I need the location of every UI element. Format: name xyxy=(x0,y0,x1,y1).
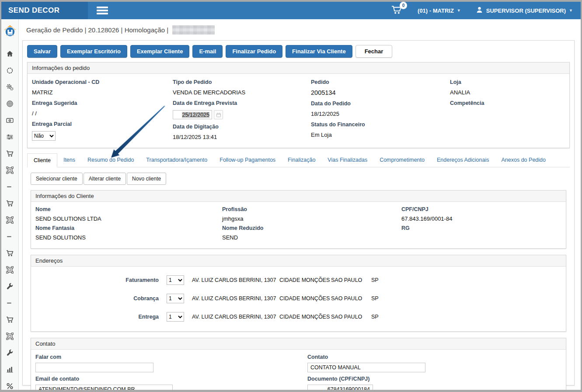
entrega-prevista-input[interactable]: 25/12/2025 xyxy=(173,110,212,119)
dash-icon[interactable] xyxy=(6,228,14,245)
loja-label: Loja xyxy=(450,79,565,85)
data-digitacao-value: 18/12/2025 13:41 xyxy=(173,134,311,140)
dash-icon[interactable] xyxy=(6,295,14,311)
tab-itens[interactable]: Itens xyxy=(57,153,81,167)
wrench-icon[interactable] xyxy=(6,344,14,361)
tab-vias-finalizadas[interactable]: Vias Finalizadas xyxy=(321,153,373,167)
email-contato-input[interactable] xyxy=(35,385,173,390)
cart-count-badge: 0 xyxy=(400,2,407,9)
client-actions: Selecionar clienteAlterar clienteNovo cl… xyxy=(27,173,570,190)
client-info-title: Informações do Cliente xyxy=(31,191,566,202)
addresses-panel: Endereços Faturamento1AV. LUIZ CARLOS BE… xyxy=(31,255,566,332)
bar-chart-icon[interactable] xyxy=(6,361,14,378)
sliders-icon[interactable] xyxy=(6,128,14,145)
entrega-sugerida-label: Entrega Sugerida xyxy=(32,100,173,106)
address-index-select[interactable]: 1 xyxy=(167,312,184,322)
percent-icon[interactable] xyxy=(6,378,14,392)
app-logo[interactable] xyxy=(3,24,17,40)
alterar-cliente-button[interactable]: Alterar cliente xyxy=(84,173,126,185)
menu-hamburger-icon[interactable] xyxy=(97,7,108,14)
finalizar-via-cliente-button[interactable]: Finalizar Via Cliente xyxy=(286,45,352,58)
nome-reduzido-value: SEND xyxy=(222,234,401,241)
finalizar-pedido-button[interactable]: Finalizar Pedido xyxy=(226,45,282,58)
banknote-icon[interactable] xyxy=(6,112,14,128)
data-pedido-label: Data do Pedido xyxy=(311,101,450,107)
unidade-operacional-value: MATRIZ xyxy=(32,89,173,96)
exemplar-escritorio-button[interactable]: Exemplar Escritório xyxy=(60,45,127,58)
calendar-icon xyxy=(216,112,221,118)
object-frame-icon[interactable] xyxy=(6,212,14,228)
address-district: CIDADE MONÇÕES xyxy=(279,277,331,283)
address-index-select[interactable]: 1 xyxy=(167,275,184,285)
salvar-button[interactable]: Salvar xyxy=(27,45,57,58)
data-digitacao-label: Data de Digitação xyxy=(173,124,311,130)
top-navbar: SEND DECOR 0 (01) - MATRIZ ▼ SUPERVISOR … xyxy=(1,2,581,19)
tab-resumo-do-pedido[interactable]: Resumo do Pedido xyxy=(81,153,140,167)
object-frame-icon[interactable] xyxy=(6,261,14,278)
pedido-label: Pedido xyxy=(311,79,450,85)
data-pedido-value: 18/12/2025 xyxy=(311,111,450,117)
address-street: AV. LUIZ CARLOS BERRINI, 1307 xyxy=(192,295,279,302)
nome-value: SEND SOLUTIONS LTDA xyxy=(35,215,222,222)
tab-anexos-do-pedido[interactable]: Anexos do Pedido xyxy=(495,153,552,167)
order-tabs: ClienteItensResumo do PedidoTransportado… xyxy=(27,153,570,167)
order-info-panel: Informações do pedido Unidade Operaciona… xyxy=(27,62,570,148)
nome-label: Nome xyxy=(35,206,222,212)
address-district: CIDADE MONÇÕES xyxy=(279,295,331,302)
cart-icon[interactable] xyxy=(6,245,14,261)
store-selector[interactable]: (01) - MATRIZ ▼ xyxy=(418,7,461,14)
order-info-title: Informações do pedido xyxy=(28,62,569,74)
profissao-label: Profissão xyxy=(222,206,401,212)
user-menu[interactable]: SUPERVISOR (SUPERVISOR) ▼ xyxy=(476,6,573,15)
tab-follow-up-pagamentos[interactable]: Follow-up Pagamentos xyxy=(213,153,282,167)
fechar-button[interactable]: Fechar xyxy=(355,45,393,58)
cart-button[interactable]: 0 xyxy=(391,5,403,16)
tab-enderecos-adicionais[interactable]: Endereços Adicionais xyxy=(431,153,495,167)
main-content: Geração de Pedido | 20.128026 | Homologa… xyxy=(19,19,581,390)
order-page-card: SalvarExemplar EscritórioExemplar Client… xyxy=(22,40,575,385)
object-frame-icon[interactable] xyxy=(6,162,14,178)
cart-icon[interactable] xyxy=(6,145,14,162)
profissao-value: jmhgsxa xyxy=(222,215,401,222)
home-icon[interactable] xyxy=(6,45,14,62)
object-frame-icon[interactable] xyxy=(6,328,14,344)
contato-input[interactable] xyxy=(307,363,425,372)
e-mail-button[interactable]: E-mail xyxy=(192,45,223,58)
redacted-text-block xyxy=(172,25,215,35)
cart-icon[interactable] xyxy=(6,195,14,212)
tab-comprometimento[interactable]: Comprometimento xyxy=(373,153,431,167)
sidebar-icon-list xyxy=(6,45,14,392)
novo-cliente-button[interactable]: Novo cliente xyxy=(127,173,166,185)
unidade-operacional-label: Unidade Operacional - CD xyxy=(32,79,173,85)
tab-transportadora-icamento[interactable]: Transportadora/Içamento xyxy=(140,153,213,167)
entrega-parcial-select[interactable]: Não xyxy=(32,131,56,141)
nome-fantasia-label: Nome Fantasia xyxy=(35,225,222,231)
user-icon xyxy=(476,6,483,15)
address-city: SAO PAULO xyxy=(331,295,371,302)
order-toolbar: SalvarExemplar EscritórioExemplar Client… xyxy=(27,44,570,62)
sidebar xyxy=(1,19,19,390)
address-rows: Faturamento1AV. LUIZ CARLOS BERRINI, 130… xyxy=(31,267,566,331)
gears-icon[interactable] xyxy=(6,79,14,95)
spinner-icon[interactable] xyxy=(6,62,14,79)
exemplar-cliente-button[interactable]: Exemplar Cliente xyxy=(130,45,190,58)
cart-icon[interactable] xyxy=(6,311,14,328)
target-icon[interactable] xyxy=(6,95,14,112)
tab-cliente[interactable]: Cliente xyxy=(27,153,57,167)
address-city: SAO PAULO xyxy=(331,277,371,283)
documento-input[interactable] xyxy=(307,385,373,390)
wrench-icon[interactable] xyxy=(6,278,14,295)
status-financeiro-value: Em Loja xyxy=(311,132,450,138)
store-label: (01) - MATRIZ xyxy=(418,7,454,14)
selecionar-cliente-button[interactable]: Selecionar cliente xyxy=(31,173,83,185)
address-state: SP xyxy=(371,295,389,302)
dash-icon[interactable] xyxy=(6,178,14,195)
falar-com-input[interactable] xyxy=(35,363,153,372)
calendar-button[interactable] xyxy=(214,110,223,119)
entrega-sugerida-value: / / xyxy=(32,110,173,117)
contato-label: Contato xyxy=(307,354,561,360)
tab-finalizacao[interactable]: Finalização xyxy=(282,153,321,167)
address-city: SAO PAULO xyxy=(331,314,371,320)
tipo-pedido-value: VENDA DE MERCADORIAS xyxy=(173,89,311,96)
address-index-select[interactable]: 1 xyxy=(167,294,184,303)
